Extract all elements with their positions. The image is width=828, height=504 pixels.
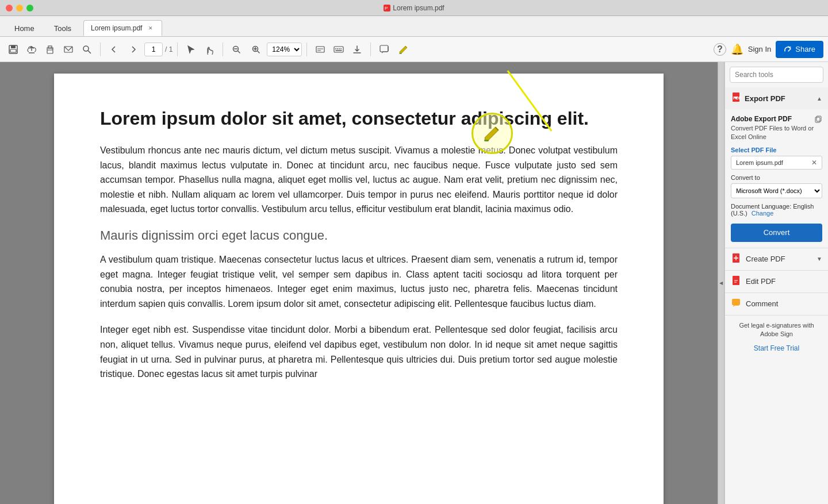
pdf-heading-2: Mauris dignissim orci eget lacus congue. — [100, 228, 618, 243]
create-pdf-section: Create PDF ▼ — [725, 248, 828, 271]
title-bar: P Lorem ipsum.pdf — [0, 0, 828, 16]
hand-tool-button[interactable] — [201, 41, 218, 58]
search-tools-input[interactable] — [730, 67, 823, 83]
file-input-row: Lorem ipsum.pdf ✕ — [731, 156, 822, 170]
zoom-group: 124% 100% 75% 150% — [228, 41, 302, 58]
adobe-export-details: Adobe Export PDF Convert PDF Files to Wo… — [725, 109, 828, 248]
tab-bar: Home Tools Lorem ipsum.pdf ✕ — [0, 16, 828, 37]
selection-tools-group — [182, 41, 218, 58]
export-pdf-icon: PDF — [731, 92, 741, 105]
maximize-button[interactable] — [26, 5, 33, 11]
notification-icon[interactable]: 🔔 — [731, 43, 743, 56]
svg-rect-4 — [10, 49, 16, 52]
pdf-para-1: Vestibulum rhoncus ante nec mauris dictu… — [100, 143, 618, 217]
toolbar: / 1 124% 100% 75% 150% — [0, 37, 828, 62]
select-tool-button[interactable] — [182, 41, 200, 58]
doc-lang-change-button[interactable]: Change — [752, 210, 774, 217]
tab-home[interactable]: Home — [5, 20, 44, 36]
close-button[interactable] — [6, 5, 13, 11]
edit-pdf-label: Edit PDF — [746, 277, 776, 286]
export-pdf-title: Export PDF — [745, 94, 785, 103]
adobe-sign-text: Get legal e-signatures with Adobe Sign — [731, 321, 822, 339]
file-clear-button[interactable]: ✕ — [811, 159, 817, 167]
convert-to-select[interactable]: Microsoft Word (*.docx) Microsoft Excel … — [731, 183, 822, 198]
zoom-out-button[interactable] — [228, 41, 245, 58]
convert-button[interactable]: Convert — [731, 224, 822, 242]
page-total: / 1 — [165, 45, 172, 53]
window-controls[interactable] — [6, 5, 33, 11]
print-button[interactable] — [41, 41, 59, 58]
pdf-para-2: A vestibulum quam tristique. Maecenas co… — [100, 252, 618, 311]
toolbar-sep-4 — [306, 43, 307, 56]
toolbar-sep-2 — [177, 43, 178, 56]
export-pdf-section: PDF Export PDF ▲ Adobe Export PDF — [725, 87, 828, 248]
zoom-in-button[interactable] — [247, 41, 264, 58]
toolbar-sep-5 — [370, 43, 371, 56]
create-pdf-row[interactable]: Create PDF ▼ — [725, 248, 828, 270]
adobe-export-title: Adobe Export PDF — [731, 115, 822, 123]
page-number-input[interactable] — [144, 43, 163, 56]
doc-lang-label: Document Language: — [731, 203, 791, 210]
share-button[interactable]: Share — [776, 41, 823, 58]
tab-close-button[interactable]: ✕ — [147, 24, 155, 32]
minimize-button[interactable] — [16, 5, 23, 11]
right-panel: PDF Export PDF ▲ Adobe Export PDF — [724, 62, 828, 504]
tab-tools[interactable]: Tools — [44, 20, 81, 36]
next-page-button[interactable] — [125, 41, 142, 58]
pdf-para-3: Integer eget nibh est. Suspendisse vitae… — [100, 322, 618, 381]
comment-label: Comment — [746, 299, 778, 308]
keyboard-button[interactable] — [330, 41, 347, 58]
edit-pdf-row[interactable]: Edit PDF — [725, 271, 828, 293]
nav-group: / 1 — [105, 41, 172, 58]
toolbar-right: ? 🔔 Sign In Share — [714, 41, 823, 58]
select-pdf-label[interactable]: Select PDF File — [731, 147, 822, 153]
window-title: P Lorem ipsum.pdf — [384, 4, 444, 12]
pdf-viewer[interactable]: Lorem ipsum dolor sit amet, consectetur … — [0, 62, 718, 504]
svg-line-11 — [88, 51, 91, 53]
zoom-select[interactable]: 124% 100% 75% 150% — [267, 43, 302, 56]
svg-rect-19 — [316, 47, 324, 52]
comment-section: Comment — [725, 293, 828, 316]
create-pdf-icon — [731, 253, 741, 266]
file-tools-group — [5, 41, 95, 58]
adobe-sign-section: Get legal e-signatures with Adobe Sign S… — [725, 316, 828, 359]
toolbar-sep-1 — [100, 43, 101, 56]
svg-rect-29 — [380, 45, 388, 52]
prev-page-button[interactable] — [105, 41, 122, 58]
extra-tools-group — [312, 41, 366, 58]
cloud-upload-button[interactable] — [23, 41, 40, 58]
edit-pdf-section: Edit PDF — [725, 271, 828, 293]
help-icon[interactable]: ? — [714, 43, 726, 56]
svg-rect-6 — [47, 50, 53, 53]
download-button[interactable] — [348, 41, 366, 58]
tab-file[interactable]: Lorem ipsum.pdf ✕ — [83, 20, 162, 36]
pdf-page: Lorem ipsum dolor sit amet, consectetur … — [54, 74, 664, 504]
svg-rect-22 — [334, 47, 343, 52]
copy-icon[interactable] — [814, 115, 822, 123]
comment-row[interactable]: Comment — [725, 293, 828, 315]
pdf-title: Lorem ipsum dolor sit amet, consectetur … — [100, 108, 618, 129]
panel-collapse-handle[interactable] — [718, 62, 724, 504]
svg-rect-3 — [11, 45, 16, 48]
svg-rect-7 — [48, 46, 52, 48]
create-pdf-chevron-icon: ▼ — [816, 256, 822, 262]
export-pdf-header[interactable]: PDF Export PDF ▲ — [725, 87, 828, 109]
svg-line-14 — [238, 51, 240, 53]
markup-tool-button[interactable] — [312, 41, 329, 58]
save-button[interactable] — [5, 41, 22, 58]
sign-in-button[interactable]: Sign In — [748, 45, 771, 53]
main-layout: Lorem ipsum dolor sit amet, consectetur … — [0, 62, 828, 504]
export-pdf-chevron-icon: ▲ — [816, 95, 822, 102]
adobe-export-desc: Convert PDF Files to Word or Excel Onlin… — [731, 124, 822, 142]
start-free-trial-button[interactable]: Start Free Trial — [754, 344, 799, 352]
pencil-tool-button[interactable] — [395, 41, 412, 58]
doc-lang-row: Document Language: English (U.S.) Change — [731, 203, 822, 217]
export-pdf-header-left: PDF Export PDF — [731, 92, 785, 105]
email-button[interactable] — [60, 41, 77, 58]
comment-tool-button[interactable] — [375, 41, 393, 58]
convert-to-label: Convert to — [731, 174, 822, 181]
search-button[interactable] — [78, 41, 95, 58]
svg-line-18 — [258, 51, 260, 53]
file-name: Lorem ipsum.pdf — [736, 159, 783, 166]
toolbar-sep-3 — [223, 43, 223, 56]
